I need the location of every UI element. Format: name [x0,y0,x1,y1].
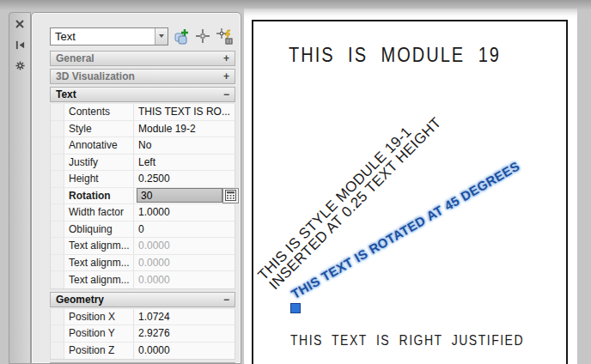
property-label: Text alignm... [64,271,134,288]
property-value[interactable]: No [134,137,235,154]
row-gutter [51,343,64,360]
row-gutter [51,121,64,137]
property-value[interactable]: 1.0000 [134,204,235,221]
property-value: 0.0000 [134,271,235,288]
select-objects-icon[interactable] [194,27,211,45]
section-header-geometry[interactable]: Geometry − [50,292,235,307]
cad-text-right-justified[interactable]: THIS TEXT IS RIGHT JUSTIFIED [290,332,524,348]
property-value[interactable]: Module 19-2 [134,121,235,137]
expand-icon[interactable]: + [223,70,229,82]
property-label: Contents [64,104,134,120]
cad-text-title[interactable]: THIS IS MODULE 19 [289,43,501,67]
property-label: Height [64,171,134,187]
row-gutter [51,325,64,342]
row-gutter [51,188,64,204]
property-label: Style [64,121,134,137]
property-value[interactable]: 1.0724 [134,309,235,325]
row-style[interactable]: Style Module 19-2 [51,121,235,138]
property-label: Annotative [64,137,134,154]
row-justify[interactable]: Justify Left [51,155,235,172]
row-obliquing[interactable]: Obliquing 0 [51,221,235,239]
property-label: Position Y [64,325,134,342]
auto-hide-icon[interactable] [13,38,27,52]
collapse-icon[interactable]: − [223,88,229,100]
row-height[interactable]: Height 0.2500 [51,171,235,188]
property-label: Text alignm... [64,238,134,254]
palette-toolbar: Text [50,27,233,46]
row-gutter [51,309,64,325]
row-position-z[interactable]: Position Z 0.0000 [51,343,235,360]
row-gutter [51,255,64,271]
property-label: Rotation [64,188,134,204]
row-gutter [51,238,64,254]
section-header-3d-visualization[interactable]: 3D Visualization + [50,69,235,84]
property-value[interactable]: 0.2500 [134,171,235,187]
property-label: Position Z [64,343,134,360]
text-section-rows: Contents THIS TEXT IS RO... Style Module… [50,104,235,289]
property-value[interactable]: 2.9276 [134,325,235,342]
property-label: Justify [64,155,134,171]
row-gutter [51,137,64,154]
property-label: Obliquing [64,221,134,238]
property-label: Text alignm... [64,255,134,271]
object-type-select[interactable]: Text [50,27,168,46]
row-text-alignment-z[interactable]: Text alignm... 0.0000 [51,271,235,288]
property-value[interactable]: 0 [134,221,235,238]
properties-palette: Text [31,12,241,364]
row-gutter [51,155,64,171]
property-value: 0.0000 [134,255,235,271]
section-label: Geometry [56,294,104,306]
selection-grip[interactable] [290,303,301,313]
app-window: THIS IS MODULE 19 THIS IS STYLE MODULE 1… [0,0,591,364]
row-gutter [51,271,64,288]
section-header-general[interactable]: General + [50,51,235,66]
property-label: Width factor [64,204,134,221]
settings-icon[interactable] [13,58,27,72]
row-annotative[interactable]: Annotative No [51,137,235,155]
chevron-down-icon[interactable] [155,28,168,45]
section-label: Text [56,88,76,100]
property-sections: General + 3D Visualization + Text − Cont… [50,51,235,364]
rotation-input[interactable]: 30 [137,188,222,203]
row-text-alignment-x[interactable]: Text alignm... 0.0000 [51,238,235,255]
row-position-x[interactable]: Position X 1.0724 [51,309,235,326]
row-position-y[interactable]: Position Y 2.9276 [51,325,235,343]
property-value: 0.0000 [134,238,235,254]
section-label: General [56,52,94,64]
property-value[interactable]: 0.0000 [134,343,235,360]
property-value[interactable]: THIS TEXT IS RO... [134,104,235,120]
row-text-alignment-y[interactable]: Text alignm... 0.0000 [51,255,235,272]
palette-title-bar[interactable] [9,12,31,364]
close-icon[interactable] [13,17,27,31]
object-type-value: Text [51,30,155,43]
expand-icon[interactable]: + [223,52,229,64]
row-gutter [51,104,64,120]
toggle-pickadd-icon[interactable] [216,27,233,45]
row-contents[interactable]: Contents THIS TEXT IS RO... [51,104,235,121]
quick-select-icon[interactable] [173,27,190,45]
calculator-button[interactable] [222,188,239,203]
section-label: 3D Visualization [56,70,135,82]
geometry-section-rows: Position X 1.0724 Position Y 2.9276 Posi… [50,309,235,361]
row-gutter [51,204,64,221]
row-gutter [51,171,64,187]
row-gutter [51,221,64,238]
property-label: Position X [64,309,134,325]
row-rotation[interactable]: Rotation 30 [51,188,235,205]
row-width-factor[interactable]: Width factor 1.0000 [51,204,235,221]
collapse-icon[interactable]: − [223,294,229,306]
drawing-canvas[interactable]: THIS IS MODULE 19 THIS IS STYLE MODULE 1… [244,9,577,364]
section-header-text[interactable]: Text − [50,87,235,102]
property-value[interactable]: Left [134,155,235,171]
